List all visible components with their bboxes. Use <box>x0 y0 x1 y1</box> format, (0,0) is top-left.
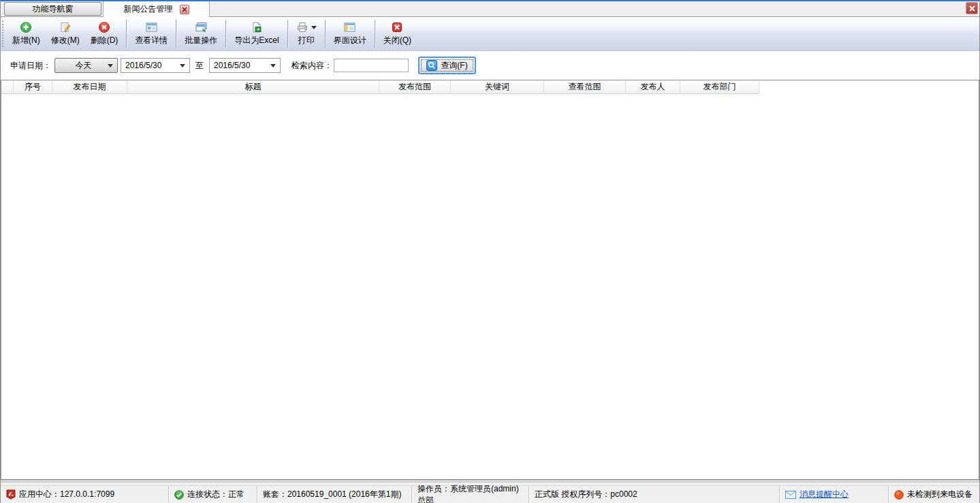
add-button[interactable]: 新增(N) <box>7 17 46 50</box>
date-preset-value: 今天 <box>59 60 108 72</box>
status-app-center: 应用中心：127.0.0.1:7099 <box>1 486 169 503</box>
status-account-text: 账套：20160519_0001 (2016年第1期) <box>263 489 401 500</box>
add-icon <box>20 20 32 34</box>
batch-icon <box>195 20 208 34</box>
col-header-publisher[interactable]: 发布人 <box>626 80 680 94</box>
toolbar-separator <box>325 20 326 48</box>
close-tab-button-label: 关闭(Q) <box>383 35 411 46</box>
status-call-device-text: 未检测到来电设备 <box>907 489 973 500</box>
search-label: 检索内容： <box>291 60 332 72</box>
export-excel-button[interactable]: 导出为Excel <box>229 17 284 50</box>
window-close-button[interactable] <box>966 2 978 14</box>
app-window: 功能导航窗 新闻公告管理 新增(N) 修改(M) <box>0 0 980 503</box>
edit-button-label: 修改(M) <box>51 35 80 46</box>
close-icon <box>391 20 403 34</box>
col-header-publish-scope[interactable]: 发布范围 <box>379 80 451 94</box>
toolbar-separator <box>375 20 375 48</box>
col-header-title[interactable]: 标题 <box>127 80 379 94</box>
data-grid-area: 序号 发布日期 标题 发布范围 关键词 查看范围 发布人 发布部门 <box>1 80 979 485</box>
filter-bar: 申请日期： 今天 2016/5/30 至 2016/5/30 检索内容： 查询(… <box>1 51 979 80</box>
col-header-keywords[interactable]: 关键词 <box>451 80 544 94</box>
details-icon <box>145 20 158 34</box>
main-toolbar: 新增(N) 修改(M) 删除(D) 查看详情 批量操作 <box>1 17 979 51</box>
toolbar-separator <box>126 20 127 48</box>
edit-button[interactable]: 修改(M) <box>46 17 85 50</box>
col-header-view-scope[interactable]: 查看范围 <box>544 80 626 94</box>
data-grid: 序号 发布日期 标题 发布范围 关键词 查看范围 发布人 发布部门 <box>1 80 979 480</box>
query-button-label: 查询(F) <box>441 60 467 72</box>
status-bar: 应用中心：127.0.0.1:7099 连接状态：正常 账套：20160519_… <box>1 485 979 503</box>
view-details-button[interactable]: 查看详情 <box>129 17 173 50</box>
search-input[interactable] <box>334 59 409 72</box>
chevron-down-icon <box>270 64 276 67</box>
status-call-device: 未检测到来电设备 <box>889 486 979 503</box>
tab-close-icon[interactable] <box>180 5 189 14</box>
status-license-text: 正式版 授权序列号：pc0002 <box>535 489 637 500</box>
grid-body-empty[interactable] <box>1 94 979 479</box>
tab-news-management[interactable]: 新闻公告管理 <box>103 1 210 17</box>
status-connection-text: 连接状态：正常 <box>187 489 244 500</box>
view-details-button-label: 查看详情 <box>135 35 168 46</box>
query-button[interactable]: 查询(F) <box>418 57 476 74</box>
design-icon <box>343 20 356 34</box>
date-filter-label: 申请日期： <box>10 60 51 72</box>
status-connection: 连接状态：正常 <box>169 486 257 503</box>
export-excel-button-label: 导出为Excel <box>234 35 279 46</box>
ui-design-button-label: 界面设计 <box>334 35 366 46</box>
ui-design-button[interactable]: 界面设计 <box>328 17 372 50</box>
edit-icon <box>59 20 72 34</box>
date-preset-select[interactable]: 今天 <box>54 58 118 73</box>
status-message-center: 消息提醒中心 <box>780 486 889 503</box>
toolbar-separator <box>287 20 288 48</box>
delete-button-label: 删除(D) <box>91 35 118 46</box>
chevron-down-icon <box>180 64 185 67</box>
tab-nav-window[interactable]: 功能导航窗 <box>4 2 101 16</box>
date-to-value: 2016/5/30 <box>214 61 270 70</box>
message-center-link[interactable]: 消息提醒中心 <box>800 489 849 500</box>
excel-icon <box>251 20 263 34</box>
batch-operation-button-label: 批量操作 <box>185 35 217 46</box>
tab-nav-window-label: 功能导航窗 <box>33 3 74 15</box>
print-button[interactable]: 打印 <box>291 17 322 50</box>
status-license: 正式版 授权序列号：pc0002 <box>529 486 780 503</box>
call-device-alert-icon <box>894 490 904 500</box>
print-button-label: 打印 <box>298 35 315 46</box>
add-button-label: 新增(N) <box>12 35 40 46</box>
grid-header-row: 序号 发布日期 标题 发布范围 关键词 查看范围 发布人 发布部门 <box>1 80 979 94</box>
col-header-seq[interactable]: 序号 <box>14 80 52 94</box>
delete-icon <box>98 20 110 34</box>
col-header-indicator[interactable] <box>1 80 14 94</box>
app-center-icon <box>6 489 16 500</box>
date-to-label: 至 <box>195 60 204 72</box>
window-close-icon <box>969 5 975 12</box>
mail-icon <box>785 491 796 499</box>
batch-operation-button[interactable]: 批量操作 <box>179 17 223 50</box>
print-icon <box>296 21 309 33</box>
date-from-value: 2016/5/30 <box>125 61 180 70</box>
status-app-center-text: 应用中心：127.0.0.1:7099 <box>19 489 114 500</box>
col-header-publish-date[interactable]: 发布日期 <box>52 80 127 94</box>
close-tab-button[interactable]: 关闭(Q) <box>378 17 417 50</box>
tab-strip: 功能导航窗 新闻公告管理 <box>1 1 979 17</box>
connection-ok-icon <box>174 490 184 500</box>
delete-button[interactable]: 删除(D) <box>85 17 124 50</box>
toolbar-separator <box>176 20 176 48</box>
toolbar-separator <box>225 20 226 48</box>
col-header-publish-dept[interactable]: 发布部门 <box>680 80 759 94</box>
date-to-picker[interactable]: 2016/5/30 <box>209 58 281 73</box>
status-operator: 操作员：系统管理员(admin) 总部 <box>412 486 529 503</box>
toolbar-grip-handle[interactable] <box>2 20 5 47</box>
tab-news-management-label: 新闻公告管理 <box>124 3 173 15</box>
date-from-picker[interactable]: 2016/5/30 <box>121 58 190 73</box>
chevron-down-icon <box>108 64 113 67</box>
search-icon <box>426 60 437 71</box>
status-operator-text: 操作员：系统管理员(admin) 总部 <box>417 483 523 503</box>
status-account-set: 账套：20160519_0001 (2016年第1期) <box>257 486 412 503</box>
grid-header-filler <box>759 80 979 94</box>
print-dropdown-arrow-icon[interactable] <box>311 26 317 29</box>
